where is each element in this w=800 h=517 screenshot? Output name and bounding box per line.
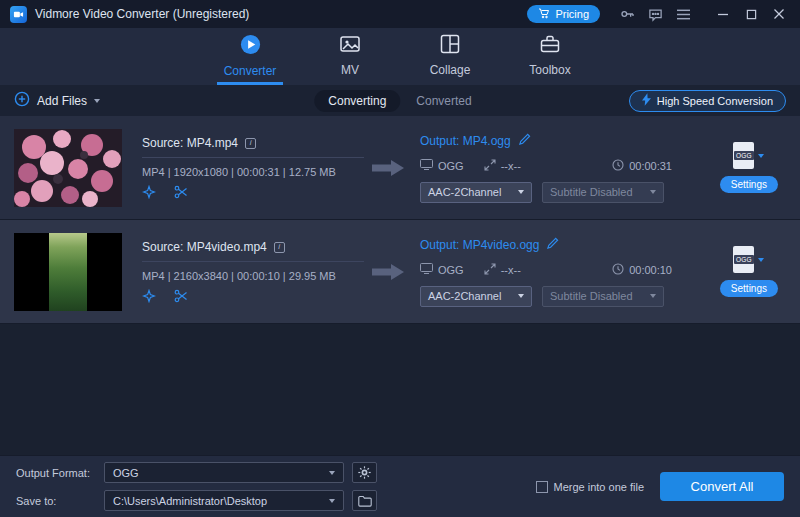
maximize-button[interactable] xyxy=(740,4,762,24)
add-circle-icon xyxy=(14,91,30,110)
pricing-label: Pricing xyxy=(555,8,589,20)
app-logo-icon xyxy=(10,6,27,23)
output-duration-value: 00:00:31 xyxy=(629,160,672,172)
window-title: Vidmore Video Converter (Unregistered) xyxy=(35,7,249,21)
source-label: Source: MP4.mp4 xyxy=(142,136,238,150)
mv-icon xyxy=(339,33,361,58)
feedback-button[interactable] xyxy=(644,4,666,24)
register-key-button[interactable] xyxy=(616,4,638,24)
toolbar: Add Files Converting Converted High Spee… xyxy=(0,85,800,116)
output-resolution-value: --x-- xyxy=(501,264,521,276)
output-format-select[interactable]: OGG xyxy=(104,462,344,483)
output-format-value: OGG xyxy=(438,264,464,276)
output-duration-value: 00:00:10 xyxy=(629,264,672,276)
format-settings-button[interactable] xyxy=(352,462,377,483)
output-file-type: OGG xyxy=(734,255,754,264)
lightning-icon xyxy=(642,93,651,108)
output-profile-select[interactable]: OGG xyxy=(733,142,764,169)
save-to-select[interactable]: C:\Users\Administrator\Desktop xyxy=(104,490,344,511)
cart-icon xyxy=(538,7,550,21)
subtitle-select[interactable]: Subtitle Disabled xyxy=(542,182,664,203)
audio-track-select[interactable]: AAC-2Channel xyxy=(420,182,532,203)
tab-mv-label: MV xyxy=(341,63,359,77)
add-files-caret-icon xyxy=(94,99,100,103)
maximize-icon xyxy=(746,9,757,20)
tab-toolbox-label: Toolbox xyxy=(529,63,570,77)
subtitle-select[interactable]: Subtitle Disabled xyxy=(542,286,664,307)
audio-track-select[interactable]: AAC-2Channel xyxy=(420,286,532,307)
clock-icon xyxy=(612,159,624,173)
add-files-button[interactable]: Add Files xyxy=(14,91,100,110)
gear-icon xyxy=(358,466,371,479)
file-row: Source: MP4.mp4 i MP4 | 1920x1080 | 00:0… xyxy=(0,116,800,220)
convert-all-button[interactable]: Convert All xyxy=(660,472,784,501)
close-button[interactable] xyxy=(768,4,790,24)
output-label: Output: MP4.ogg xyxy=(420,134,511,148)
output-format-label: Output Format: xyxy=(16,467,104,479)
cut-button[interactable] xyxy=(174,289,188,303)
audio-track-value: AAC-2Channel xyxy=(428,290,501,302)
tab-toolbox[interactable]: Toolbox xyxy=(517,28,583,85)
settings-button[interactable]: Settings xyxy=(720,280,778,297)
clock-icon xyxy=(612,263,624,277)
output-file-icon: OGG xyxy=(733,246,754,273)
tab-collage[interactable]: Collage xyxy=(417,28,483,85)
convert-arrow-icon xyxy=(372,262,406,282)
converted-tab[interactable]: Converted xyxy=(402,90,485,112)
effect-button[interactable] xyxy=(142,185,156,199)
output-format-value: OGG xyxy=(438,160,464,172)
chevron-down-icon xyxy=(329,499,335,503)
rename-button[interactable] xyxy=(546,237,559,253)
title-bar: Vidmore Video Converter (Unregistered) P… xyxy=(0,0,800,28)
tab-mv[interactable]: MV xyxy=(317,28,383,85)
info-icon[interactable]: i xyxy=(274,242,285,253)
info-icon[interactable]: i xyxy=(245,138,256,149)
resolution-icon xyxy=(484,159,496,173)
toolbox-icon xyxy=(539,33,561,58)
output-info: Output: MP4video.ogg OGG --x-- xyxy=(420,237,672,307)
empty-area xyxy=(0,324,800,455)
source-meta: MP4 | 2160x3840 | 00:00:10 | 29.95 MB xyxy=(142,270,364,282)
chevron-down-icon xyxy=(650,294,656,298)
tab-collage-label: Collage xyxy=(430,63,471,77)
source-meta: MP4 | 1920x1080 | 00:00:31 | 12.75 MB xyxy=(142,166,364,178)
pencil-icon xyxy=(546,237,559,250)
add-files-label: Add Files xyxy=(37,94,87,108)
save-to-path: C:\Users\Administrator\Desktop xyxy=(113,495,267,507)
output-info: Output: MP4.ogg OGG --x-- xyxy=(420,133,672,203)
converting-tab[interactable]: Converting xyxy=(314,90,400,112)
video-thumbnail xyxy=(14,233,122,311)
pencil-icon xyxy=(518,133,531,146)
chevron-down-icon xyxy=(758,258,764,262)
format-icon xyxy=(420,263,433,276)
converter-icon xyxy=(239,33,262,59)
subtitle-value: Subtitle Disabled xyxy=(550,290,633,302)
file-row: Source: MP4video.mp4 i MP4 | 2160x3840 |… xyxy=(0,220,800,324)
video-thumbnail xyxy=(14,129,122,207)
rename-button[interactable] xyxy=(518,133,531,149)
chevron-down-icon xyxy=(650,190,656,194)
browse-folder-button[interactable] xyxy=(352,490,377,511)
collage-icon xyxy=(439,33,461,58)
pricing-button[interactable]: Pricing xyxy=(527,5,600,23)
effect-star-icon xyxy=(142,185,156,199)
minimize-button[interactable] xyxy=(712,4,734,24)
output-format-selected: OGG xyxy=(113,467,139,479)
menu-button[interactable] xyxy=(672,4,694,24)
format-icon xyxy=(420,159,433,172)
source-info: Source: MP4video.mp4 i MP4 | 2160x3840 |… xyxy=(142,240,364,303)
high-speed-label: High Speed Conversion xyxy=(657,95,773,107)
scissors-icon xyxy=(174,185,188,199)
output-label: Output: MP4video.ogg xyxy=(420,238,539,252)
chevron-down-icon xyxy=(518,294,524,298)
output-profile-select[interactable]: OGG xyxy=(733,246,764,273)
tab-converter-label: Converter xyxy=(224,64,277,78)
chevron-down-icon xyxy=(518,190,524,194)
hamburger-icon xyxy=(676,8,691,21)
tab-converter[interactable]: Converter xyxy=(217,28,283,85)
high-speed-conversion-button[interactable]: High Speed Conversion xyxy=(629,90,786,112)
cut-button[interactable] xyxy=(174,185,188,199)
effect-button[interactable] xyxy=(142,289,156,303)
settings-button[interactable]: Settings xyxy=(720,176,778,193)
merge-into-one-file-checkbox[interactable]: Merge into one file xyxy=(536,481,645,493)
